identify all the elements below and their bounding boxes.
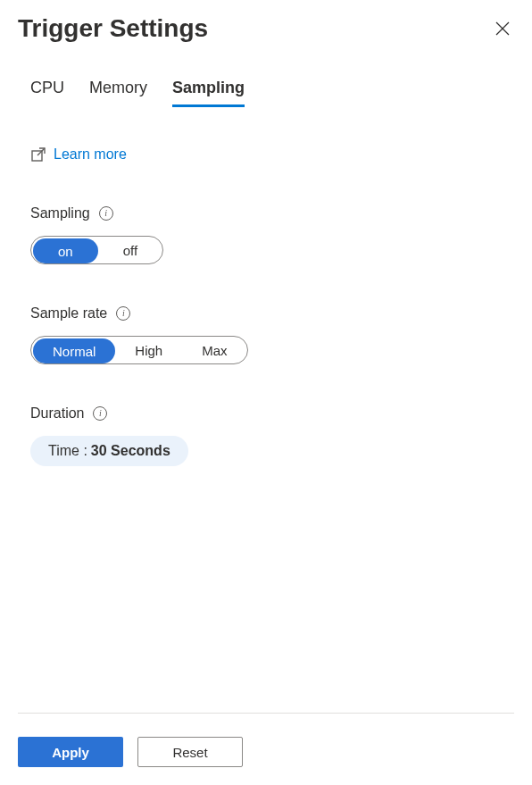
tabs: CPU Memory Sampling (18, 79, 514, 107)
sample-rate-label: Sample rate i (30, 305, 514, 322)
learn-more-label: Learn more (54, 146, 127, 163)
sample-rate-selector: Normal High Max (30, 336, 248, 364)
duration-time-value: 30 Seconds (91, 443, 170, 459)
info-icon[interactable]: i (93, 406, 107, 421)
sample-rate-max[interactable]: Max (182, 337, 246, 363)
apply-button[interactable]: Apply (18, 737, 123, 767)
duration-label: Duration i (30, 405, 514, 422)
tab-cpu[interactable]: CPU (30, 79, 64, 107)
learn-more-link[interactable]: Learn more (30, 146, 127, 163)
tab-sampling[interactable]: Sampling (172, 79, 245, 107)
info-icon[interactable]: i (99, 206, 113, 221)
sample-rate-high[interactable]: High (115, 337, 182, 363)
info-icon[interactable]: i (116, 306, 130, 321)
footer: Apply Reset (18, 713, 514, 767)
svg-line-3 (37, 148, 45, 155)
page-title: Trigger Settings (18, 14, 208, 43)
sampling-label-text: Sampling (30, 205, 90, 221)
close-button[interactable] (491, 17, 514, 40)
sampling-label: Sampling i (30, 205, 514, 221)
sample-rate-label-text: Sample rate (30, 305, 107, 322)
reset-button[interactable]: Reset (137, 737, 243, 767)
tab-memory[interactable]: Memory (89, 79, 147, 107)
sampling-toggle: on off (30, 236, 163, 264)
external-link-icon (30, 146, 46, 163)
duration-time-label: Time : (48, 443, 87, 459)
sampling-off[interactable]: off (98, 237, 162, 263)
sampling-on[interactable]: on (33, 238, 98, 263)
duration-label-text: Duration (30, 405, 84, 422)
sample-rate-normal[interactable]: Normal (33, 338, 115, 363)
duration-badge[interactable]: Time : 30 Seconds (30, 436, 188, 466)
close-icon (495, 21, 511, 37)
